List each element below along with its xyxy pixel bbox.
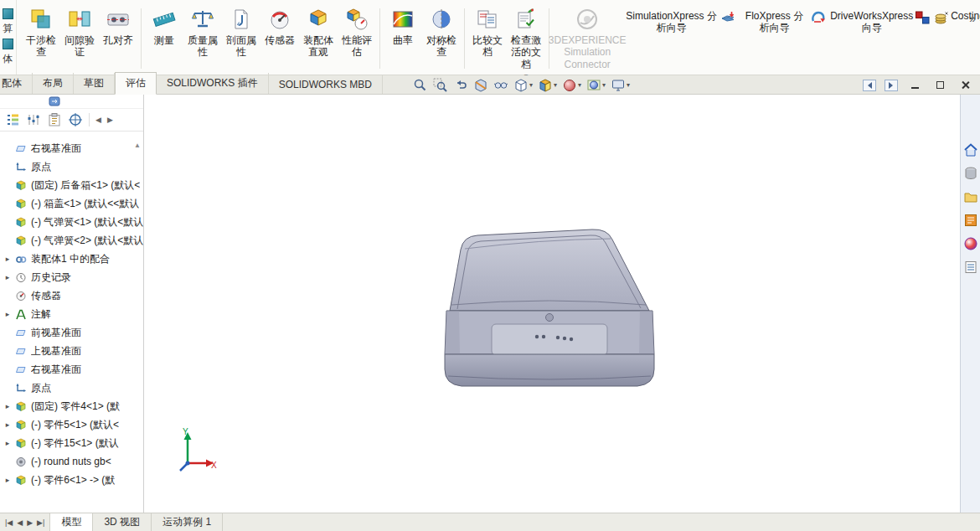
apply-scene-button[interactable]: ▾ [585, 77, 606, 94]
chevron-down-icon[interactable]: ▾ [602, 81, 606, 89]
nav-prev-icon[interactable]: ◀ [17, 518, 23, 527]
tree-item[interactable]: ▸ 装配体1 中的配合 [0, 250, 143, 268]
tree-item[interactable]: 传感器 [0, 286, 143, 305]
tab-evaluate[interactable]: 评估 [115, 72, 157, 95]
minimize-button[interactable] [906, 79, 923, 92]
ribbon-button-performance-evaluation[interactable]: 性能评估 [338, 7, 376, 59]
tab-motion-study-1[interactable]: 运动算例 1 [152, 513, 223, 531]
zoom-area-button[interactable] [432, 77, 449, 94]
tab-layout[interactable]: 布局 [33, 73, 74, 94]
ribbon-button-label: 测量 [154, 34, 174, 46]
twisty-icon[interactable]: ▸ [3, 440, 12, 447]
panel-tab-next-icon[interactable]: ▶ [107, 116, 113, 124]
tree-item[interactable]: 右视基准面 [0, 360, 143, 379]
appearances-ball-icon [963, 236, 978, 251]
ribbon-button-check-active-document[interactable]: 检查激活的文档 ▾ [507, 7, 545, 80]
tree-item-label: (-) 零件6<1> -> (默 [31, 473, 115, 487]
ribbon-button-mass-properties[interactable]: 质量属性 [183, 7, 222, 59]
ribbon-overflow-chevron-icon[interactable]: » [969, 12, 976, 25]
ribbon-button-measure[interactable]: 测量 [145, 7, 183, 46]
propertymanager-tab-icon[interactable] [26, 112, 41, 127]
twisty-icon[interactable]: ▸ [3, 421, 12, 429]
tree-item[interactable]: (-) round nuts gb< [0, 452, 143, 471]
appearances-scenes-button[interactable] [962, 235, 979, 252]
nav-next-icon[interactable]: ▶ [27, 518, 33, 527]
zoom-fit-button[interactable] [412, 77, 429, 94]
twisty-icon[interactable]: ▸ [3, 311, 12, 318]
chevron-down-icon[interactable]: ▾ [529, 81, 533, 89]
tree-item[interactable]: 上视基准面 [0, 342, 143, 360]
ribbon-button-driveworksxpress[interactable]: DriveWorksXpress 向导 [828, 7, 931, 34]
ribbon-button-curvature[interactable]: 曲率 [384, 7, 422, 46]
nav-first-icon[interactable]: |◀ [5, 518, 13, 527]
tab-3d-views[interactable]: 3D 视图 [93, 513, 152, 531]
tree-item[interactable]: 前视基准面 [0, 323, 143, 342]
graphics-viewport[interactable]: Y X [144, 95, 960, 513]
car-trunk-model[interactable] [440, 229, 659, 396]
view-orientation-button[interactable]: ▾ [537, 77, 558, 94]
ribbon-button-simulationxpress[interactable]: SimulationXpress 分析向导 [622, 7, 738, 34]
tree-scroll-up-icon[interactable]: ▲ [134, 142, 141, 149]
close-button[interactable] [957, 79, 973, 92]
tab-solidworks-mbd[interactable]: SOLIDWORKS MBD [269, 75, 383, 94]
tree-item[interactable]: (-) 箱盖<1> (默认<<默认 [0, 194, 143, 213]
display-style-button[interactable]: ▾ [513, 77, 534, 94]
previous-view-button[interactable] [452, 77, 469, 94]
toolbox-button[interactable] [962, 165, 979, 182]
collapse-pane-left-icon[interactable] [863, 80, 876, 91]
tree-item[interactable]: 原点 [0, 379, 143, 397]
view-palette-button[interactable] [962, 212, 979, 229]
section-view-button[interactable] [472, 77, 489, 94]
featuremanager-tree-tab-icon[interactable] [5, 112, 20, 127]
custom-properties-button[interactable] [962, 259, 979, 276]
solidworks-resources-button[interactable] [962, 142, 979, 158]
ribbon-button-assembly-visualization[interactable]: 装配体直观 [299, 7, 338, 59]
tree-item[interactable]: 右视基准面 [0, 139, 143, 157]
tree-item[interactable]: ▸ (-) 零件6<1> -> (默 [0, 471, 143, 489]
chevron-down-icon[interactable]: ▾ [554, 81, 557, 89]
edit-appearance-button[interactable]: ▾ [561, 77, 582, 94]
panel-flyout-icon[interactable] [49, 95, 60, 107]
tree-item[interactable]: ▸ (-) 零件5<1> (默认< [0, 415, 143, 434]
tab-sketch[interactable]: 草图 [74, 73, 115, 94]
tree-item[interactable]: (-) 气弹簧<2> (默认<默认 [0, 231, 143, 250]
tree-item[interactable]: ▸ 注解 [0, 305, 143, 323]
chevron-down-icon[interactable]: ▾ [578, 81, 581, 89]
ribbon-button-compare-documents[interactable]: 比较文档 [468, 7, 507, 59]
ribbon-button-hole-alignment[interactable]: 孔对齐 [99, 7, 137, 46]
tab-assembly[interactable]: 配体 [0, 73, 33, 94]
file-explorer-button[interactable] [962, 188, 979, 205]
configurationmanager-tab-icon[interactable] [47, 112, 62, 127]
tree-item[interactable]: ▸ (固定) 零件4<1> (默 [0, 397, 143, 415]
ribbon-button-symmetry-check[interactable]: 对称检查 [422, 7, 461, 59]
ribbon-button-floxpress[interactable]: FloXpress 分析向导 [738, 7, 828, 34]
tree-item[interactable]: 原点 [0, 157, 143, 176]
twisty-icon[interactable]: ▸ [3, 255, 12, 263]
ribbon-clipped-group[interactable]: 算 体 [0, 0, 17, 75]
hide-show-items-button[interactable] [493, 77, 509, 94]
collapse-pane-right-icon[interactable] [885, 80, 898, 91]
ribbon-button-label: 质量属性 [188, 34, 218, 59]
tab-solidworks-addins[interactable]: SOLIDWORKS 插件 [157, 73, 269, 94]
twisty-icon[interactable]: ▸ [3, 403, 12, 410]
tree-item[interactable]: ▸ (-) 零件15<1> (默认 [0, 434, 143, 452]
twisty-icon[interactable]: ▸ [3, 274, 12, 281]
chevron-down-icon[interactable]: ▾ [627, 81, 630, 89]
nav-last-icon[interactable]: ▶| [37, 518, 44, 527]
properties-list-icon [963, 260, 978, 275]
tree-item[interactable]: (固定) 后备箱<1> (默认< [0, 176, 143, 194]
view-settings-button[interactable]: ▾ [610, 77, 631, 94]
ribbon-button-sensor[interactable]: 传感器 [260, 7, 299, 46]
ribbon-button-section-properties[interactable]: 剖面属性 [222, 7, 260, 59]
twisty-icon[interactable]: ▸ [3, 477, 12, 484]
tab-model[interactable]: 模型 [50, 513, 93, 531]
ribbon-separator [141, 8, 142, 69]
tree-item[interactable]: (-) 气弹簧<1> (默认<默认 [0, 213, 143, 231]
dimxpertmanager-tab-icon[interactable] [68, 112, 83, 127]
restore-button[interactable] [931, 79, 948, 92]
ribbon-button-interference-check[interactable]: 干涉检查 [22, 7, 60, 59]
ribbon-button-label: 3DEXPERIENCE Simulation Connector [549, 34, 627, 70]
panel-tab-prev-icon[interactable]: ◀ [95, 116, 101, 124]
tree-item[interactable]: ▸ 历史记录 [0, 268, 143, 286]
ribbon-button-clearance-verification[interactable]: 间隙验证 [60, 7, 99, 59]
